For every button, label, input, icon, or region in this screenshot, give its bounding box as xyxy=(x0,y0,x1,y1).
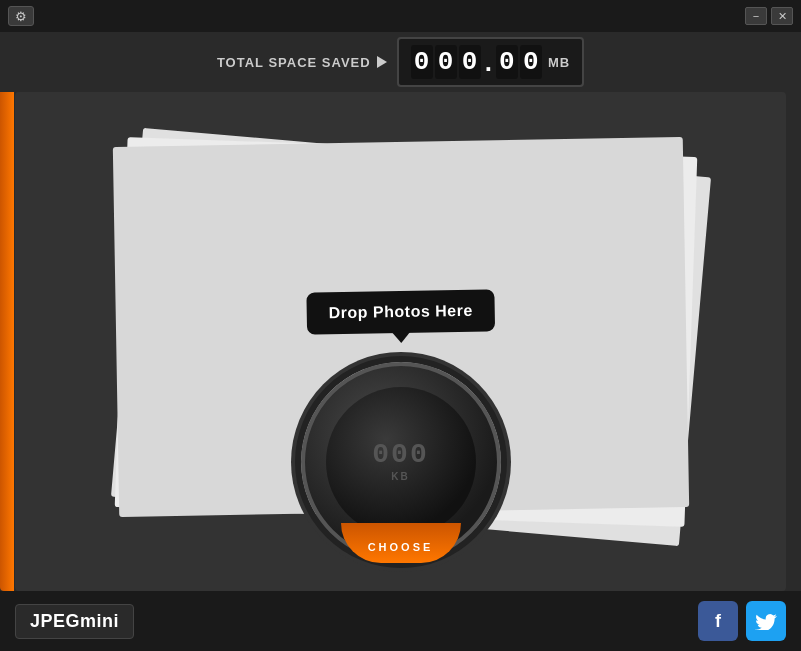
knob-inner[interactable]: 000 KB xyxy=(326,387,476,537)
total-space-saved-container: TOTAL SPACE SAVED 0 0 0 . 0 0 MB xyxy=(217,37,584,87)
decimal-dot: . xyxy=(485,49,492,75)
social-buttons: f xyxy=(698,601,786,641)
digit-1: 0 xyxy=(411,45,433,79)
knob-kb-unit: KB xyxy=(391,471,409,482)
main-drop-area[interactable]: Drop Photos Here 000 KB CHOOSE xyxy=(15,92,786,591)
play-icon xyxy=(377,56,387,68)
close-button[interactable]: ✕ xyxy=(771,7,793,25)
choose-label: CHOOSE xyxy=(368,541,434,553)
photo-stack: Drop Photos Here 000 KB CHOOSE xyxy=(106,142,696,542)
settings-button[interactable]: ⚙ xyxy=(8,6,34,26)
minimize-button[interactable]: − xyxy=(745,7,767,25)
left-accent xyxy=(0,92,14,591)
tss-text: TOTAL SPACE SAVED xyxy=(217,55,371,70)
digit-5: 0 xyxy=(520,45,542,79)
digit-2: 0 xyxy=(435,45,457,79)
tss-label: TOTAL SPACE SAVED xyxy=(217,55,387,70)
choose-button[interactable]: CHOOSE xyxy=(341,523,461,563)
knob-numbers: 000 xyxy=(372,441,428,469)
digit-3: 0 xyxy=(459,45,481,79)
facebook-button[interactable]: f xyxy=(698,601,738,641)
facebook-icon: f xyxy=(715,611,721,632)
twitter-icon xyxy=(755,612,777,630)
knob-display: 000 KB xyxy=(372,441,428,482)
mb-unit: MB xyxy=(548,55,570,70)
gear-icon: ⚙ xyxy=(15,9,27,24)
jpegmini-logo: JPEGmini xyxy=(15,604,134,639)
header: TOTAL SPACE SAVED 0 0 0 . 0 0 MB xyxy=(0,32,801,92)
digit-4: 0 xyxy=(496,45,518,79)
counter-display: 0 0 0 . 0 0 MB xyxy=(397,37,584,87)
knob-container[interactable]: 000 KB CHOOSE xyxy=(301,362,501,562)
drop-tooltip-text: Drop Photos Here xyxy=(328,301,472,321)
knob-outer[interactable]: 000 KB CHOOSE xyxy=(301,362,501,562)
twitter-button[interactable] xyxy=(746,601,786,641)
title-bar: − ✕ xyxy=(0,0,801,32)
drop-tooltip: Drop Photos Here xyxy=(306,289,495,334)
bottom-bar: JPEGmini f xyxy=(0,591,801,651)
